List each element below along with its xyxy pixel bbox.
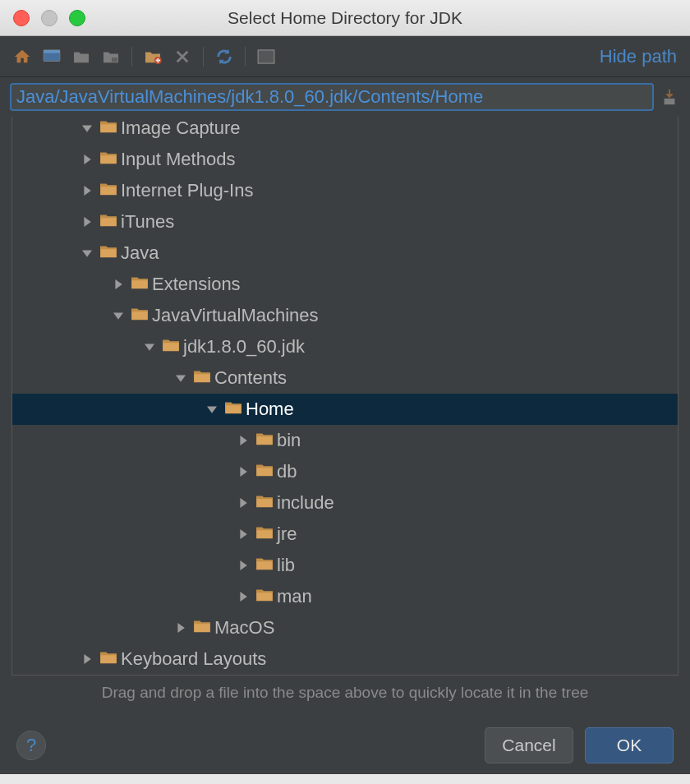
- folder-icon: [99, 211, 121, 233]
- path-input[interactable]: [10, 83, 654, 111]
- tree-scroll[interactable]: Image CaptureInput MethodsInternet Plug-…: [0, 117, 690, 676]
- folder-icon: [99, 149, 121, 170]
- chevron-down-icon[interactable]: [80, 121, 94, 136]
- chevron-down-icon[interactable]: [205, 402, 219, 417]
- folder-icon: [99, 118, 121, 139]
- tree-item-label: bin: [277, 430, 301, 451]
- tree-row[interactable]: Contents: [12, 362, 678, 394]
- chevron-right-icon[interactable]: [111, 277, 126, 292]
- folder-icon: [99, 648, 121, 670]
- folder-icon: [99, 242, 121, 264]
- refresh-icon[interactable]: [215, 48, 233, 66]
- folder-icon: [255, 492, 277, 514]
- tree-row[interactable]: lib: [12, 550, 678, 581]
- file-tree: Image CaptureInput MethodsInternet Plug-…: [12, 117, 678, 676]
- tree-row[interactable]: Keyboard Layouts: [12, 643, 678, 675]
- chevron-right-icon[interactable]: [173, 620, 188, 635]
- tree-item-label: Home: [246, 399, 294, 420]
- chevron-right-icon[interactable]: [80, 183, 94, 198]
- chevron-right-icon[interactable]: [236, 589, 251, 604]
- tree-row[interactable]: bin: [12, 425, 678, 456]
- tree-item-label: MacOS: [214, 617, 274, 639]
- tree-item-label: lib: [277, 555, 295, 576]
- tree-row[interactable]: Home: [12, 394, 678, 425]
- tree-row[interactable]: MacOS: [12, 612, 678, 643]
- desktop-icon[interactable]: [43, 48, 61, 66]
- folder-icon: [255, 461, 277, 482]
- tree-row[interactable]: man: [12, 581, 678, 612]
- tree-item-label: jdk1.8.0_60.jdk: [183, 336, 305, 357]
- chevron-down-icon[interactable]: [111, 308, 126, 323]
- folder-icon: [255, 430, 277, 451]
- title-bar: Select Home Directory for JDK: [0, 0, 690, 36]
- window-maximize-button[interactable]: [69, 10, 85, 26]
- hide-path-link[interactable]: Hide path: [600, 46, 677, 67]
- toolbar-separator: [131, 47, 132, 67]
- tree-item-label: man: [277, 586, 312, 607]
- show-hidden-icon[interactable]: [257, 48, 275, 66]
- folder-icon: [131, 305, 152, 326]
- tree-row[interactable]: Input Methods: [12, 144, 678, 175]
- chevron-right-icon[interactable]: [80, 214, 94, 229]
- chevron-down-icon[interactable]: [80, 246, 94, 261]
- drop-hint: Drag and drop a file into the space abov…: [0, 676, 690, 717]
- home-icon[interactable]: [13, 48, 31, 66]
- folder-icon: [224, 399, 246, 420]
- tree-item-label: Java: [121, 242, 159, 264]
- tree-item-label: jre: [277, 523, 297, 545]
- window-title: Select Home Directory for JDK: [0, 8, 690, 28]
- delete-icon[interactable]: [173, 48, 191, 66]
- chevron-right-icon[interactable]: [236, 496, 251, 510]
- chevron-right-icon[interactable]: [80, 652, 94, 666]
- tree-row[interactable]: jdk1.8.0_60.jdk: [12, 331, 678, 362]
- tree-row[interactable]: iTunes: [12, 206, 678, 238]
- chevron-down-icon[interactable]: [173, 371, 188, 385]
- chevron-right-icon[interactable]: [236, 558, 251, 573]
- tree-row[interactable]: Internet Plug-Ins: [12, 175, 678, 206]
- chevron-right-icon[interactable]: [236, 464, 251, 479]
- path-bar: [0, 77, 690, 117]
- tree-row[interactable]: jre: [12, 519, 678, 550]
- tree-row[interactable]: Java: [12, 238, 678, 269]
- tree-item-label: JavaVirtualMachines: [152, 305, 319, 326]
- button-bar: ? Cancel OK: [0, 717, 690, 774]
- chevron-right-icon[interactable]: [80, 152, 94, 167]
- accept-path-icon[interactable]: [660, 88, 678, 106]
- chevron-right-icon[interactable]: [236, 433, 251, 448]
- window-close-button[interactable]: [13, 10, 30, 26]
- tree-item-label: Internet Plug-Ins: [121, 180, 253, 201]
- traffic-lights: [0, 10, 85, 26]
- tree-row[interactable]: JavaVirtualMachines: [12, 300, 678, 331]
- tree-item-label: Contents: [214, 367, 287, 389]
- folder-icon: [131, 274, 152, 295]
- svg-rect-2: [112, 57, 117, 61]
- folder-icon: [193, 367, 214, 389]
- chevron-right-icon[interactable]: [236, 527, 251, 542]
- new-folder-icon[interactable]: [144, 48, 162, 66]
- help-button[interactable]: ?: [16, 731, 46, 760]
- folder-icon: [162, 336, 183, 357]
- tree-item-label: db: [277, 461, 297, 482]
- toolbar: Hide path: [0, 36, 690, 77]
- tree-item-label: Input Methods: [121, 149, 235, 170]
- project-icon[interactable]: [72, 48, 90, 66]
- folder-icon: [99, 180, 121, 201]
- tree-row[interactable]: Extensions: [12, 269, 678, 300]
- chevron-down-icon[interactable]: [142, 339, 157, 354]
- folder-icon: [193, 617, 214, 639]
- folder-icon: [255, 555, 277, 576]
- tree-row[interactable]: Image Capture: [12, 117, 678, 144]
- tree-row[interactable]: db: [12, 456, 678, 487]
- module-icon[interactable]: [102, 48, 120, 66]
- tree-item-label: include: [277, 492, 334, 514]
- tree-row[interactable]: include: [12, 487, 678, 519]
- toolbar-separator: [203, 47, 204, 67]
- cancel-button[interactable]: Cancel: [485, 727, 573, 763]
- svg-rect-6: [665, 99, 675, 104]
- tree-item-label: iTunes: [121, 211, 174, 233]
- tree-item-label: Image Capture: [121, 118, 241, 139]
- svg-rect-4: [258, 49, 274, 62]
- window-minimize-button[interactable]: [41, 10, 58, 26]
- folder-icon: [255, 586, 277, 607]
- ok-button[interactable]: OK: [585, 727, 674, 763]
